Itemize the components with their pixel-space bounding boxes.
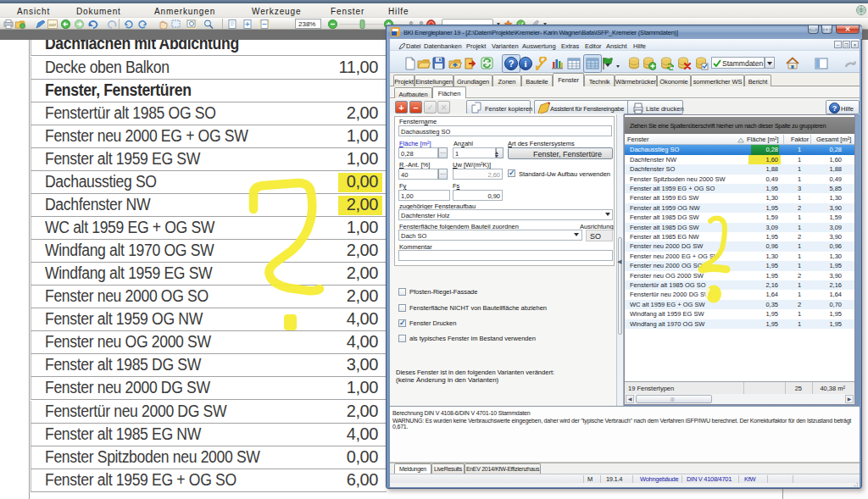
svg-text:?: ? (509, 58, 515, 69)
svg-text:i: i (524, 58, 526, 69)
svg-text:ocr: ocr (49, 22, 56, 27)
svg-text:?: ? (832, 104, 837, 113)
